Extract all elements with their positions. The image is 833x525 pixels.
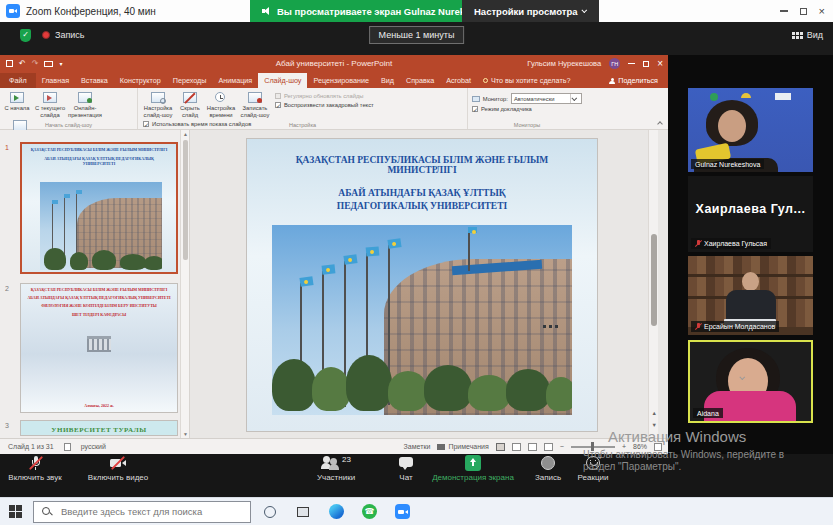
account-avatar[interactable]: ГН (609, 58, 620, 69)
checkbox-keep-slides-updated[interactable]: Регулярно обновлять слайды (275, 93, 374, 99)
reactions-button[interactable]: + Реакции (570, 454, 616, 482)
quick-access-toolbar: ↶ ↷ ▾ (6, 59, 62, 68)
slide-thumbnail-3[interactable]: УНИВЕРСИТЕТ ТУРАЛЫ (20, 420, 178, 436)
view-settings-button[interactable]: Настройки просмотра (462, 0, 599, 22)
from-current-slide-button[interactable]: С текущего слайда (32, 90, 68, 118)
close-button[interactable]: × (819, 6, 825, 17)
zoom-toolbar: Включить звук Включить видео 23 Участник… (0, 454, 833, 497)
start-button[interactable] (9, 505, 22, 518)
monitor-select[interactable]: Автоматически (511, 93, 582, 104)
participants-button[interactable]: 23 Участники (300, 454, 372, 482)
cortana-icon[interactable] (264, 506, 276, 518)
monitor-icon (472, 96, 480, 102)
thumbnail-scrollbar[interactable]: ▲ ▼ (180, 130, 189, 438)
tab-animations[interactable]: Анимация (212, 73, 258, 88)
qat-dropdown-icon[interactable]: ▾ (59, 60, 62, 67)
whatsapp-icon[interactable]: ☎ (362, 504, 377, 519)
search-input[interactable] (59, 505, 229, 518)
participants-count: 23 (342, 455, 351, 464)
share-button[interactable]: Поделиться (599, 73, 668, 88)
checkbox-play-narrations[interactable]: Воспроизвести закадровый текст (275, 102, 374, 108)
setup-slideshow-button[interactable]: Настройка слайд-шоу (140, 90, 176, 118)
building-photo[interactable] (272, 225, 572, 415)
slide-sorter-view-button[interactable] (512, 443, 521, 451)
participant-tile-khairlaeva[interactable]: Хаирлаева Гул... Хаирлаева Гульсая (688, 176, 813, 252)
tab-help[interactable]: Справка (400, 73, 440, 88)
slide-thumbnail-2[interactable]: ҚАЗАҚСТАН РЕСПУБЛИКАСЫ БІЛІМ ЖӘНЕ ҒЫЛЫМ … (20, 283, 178, 413)
hide-slide-button[interactable]: Скрыть слайд (176, 90, 204, 118)
tab-home[interactable]: Главная (36, 73, 75, 88)
share-screen-button[interactable]: Демонстрация экрана (420, 454, 526, 482)
zoom-in-button[interactable]: + (622, 443, 626, 450)
checkbox-presenter-view[interactable]: Режим докладчика (472, 106, 582, 112)
comments-toggle[interactable]: Примечания (437, 443, 488, 450)
comment-icon (437, 444, 445, 450)
muted-mic-icon (695, 240, 701, 248)
zoom-percent[interactable]: 86% (633, 443, 647, 450)
main-slide[interactable]: ҚАЗАҚСТАН РЕСПУБЛИКАСЫ БІЛІМ ЖӘНЕ ҒЫЛЫМ … (247, 139, 597, 431)
tab-review[interactable]: Рецензирование (307, 73, 375, 88)
tab-design[interactable]: Конструктор (114, 73, 167, 88)
record-button[interactable]: Запись (527, 454, 569, 482)
participant-video-gulnaz[interactable]: Gulnaz Nurekeshova (688, 88, 813, 172)
unmute-button[interactable]: Включить звук (4, 454, 66, 482)
powerpoint-window: ↶ ↷ ▾ Абай университеті - PowerPoint Гул… (0, 55, 668, 454)
tab-transitions[interactable]: Переходы (167, 73, 213, 88)
view-button[interactable]: Вид (792, 30, 823, 40)
minimize-button[interactable] (780, 10, 788, 12)
ppt-close-button[interactable]: × (657, 59, 663, 69)
tab-insert[interactable]: Вставка (75, 73, 114, 88)
from-beginning-button[interactable]: С начала (2, 90, 32, 118)
smiley-icon: + (586, 456, 600, 470)
speaker-icon (262, 7, 271, 15)
edge-icon[interactable] (329, 504, 344, 519)
meeting-timer: Меньше 1 минуты (369, 26, 465, 44)
tab-acrobat[interactable]: Acrobat (440, 73, 477, 88)
slide-number: 1 (5, 144, 9, 151)
taskbar-search[interactable] (33, 501, 251, 523)
slide-scrollbar[interactable]: ▲ ▼ (648, 130, 658, 438)
zoom-out-button[interactable]: − (560, 443, 564, 450)
reading-view-button[interactable] (528, 443, 537, 451)
participant-name-label: Gulnaz Nurekeshova (691, 159, 764, 169)
slideshow-icon[interactable] (44, 61, 53, 67)
rehearse-timings-button[interactable]: Настройка времени (204, 90, 238, 118)
tab-file[interactable]: Файл (0, 73, 36, 88)
fit-to-window-button[interactable] (654, 443, 662, 451)
participant-video-yersaiyn[interactable]: Ерсайын Молдасанов (688, 256, 813, 335)
notes-toggle[interactable]: Заметки (404, 443, 431, 450)
ppt-minimize-button[interactable] (628, 63, 635, 64)
slide-thumbnail-1[interactable]: ҚАЗАҚСТАН РЕСПУБЛИКАСЫ БІЛІМ ЖӘНЕ ҒЫЛЫМ … (20, 142, 178, 274)
start-video-button[interactable]: Включить видео (82, 454, 154, 482)
ribbon-tabs: Файл Главная Вставка Конструктор Переход… (0, 72, 668, 88)
normal-view-button[interactable] (496, 443, 505, 451)
slide-number: 3 (5, 422, 9, 429)
maximize-button[interactable] (800, 8, 807, 15)
sidebar-collapse-chevron[interactable] (741, 372, 745, 382)
redo-icon[interactable]: ↷ (32, 59, 39, 68)
group-monitors: Монитор: Автоматически Режим докладчика … (468, 88, 586, 129)
save-icon[interactable] (6, 60, 13, 67)
present-online-button[interactable]: Онлайн-презентация (68, 90, 102, 118)
zoom-slider[interactable] (571, 442, 615, 451)
group-setup: Настройка слайд-шоу Скрыть слайд Настрой… (138, 88, 468, 129)
collapse-ribbon-icon[interactable] (658, 120, 662, 127)
participants-icon (321, 455, 339, 471)
task-view-icon[interactable] (297, 507, 309, 517)
ppt-restore-button[interactable] (643, 61, 649, 67)
zoom-titlebar: Zoom Конференция, 40 мин Вы просматривае… (0, 0, 833, 22)
participant-video-aidana[interactable]: Aidana (688, 340, 813, 423)
lightbulb-icon (483, 78, 488, 83)
muted-mic-icon (695, 323, 701, 331)
tab-slideshow[interactable]: Слайд-шоу (258, 73, 307, 88)
undo-icon[interactable]: ↶ (19, 59, 26, 68)
security-shield-icon[interactable]: ✓ (20, 29, 31, 42)
tab-view[interactable]: Вид (375, 73, 400, 88)
record-slideshow-button[interactable]: Записать слайд-шоу (238, 90, 272, 118)
tell-me-box[interactable]: Что вы хотите сделать? (477, 73, 576, 88)
chat-button[interactable]: Чат (388, 454, 424, 482)
zoom-meeting-window: Zoom Конференция, 40 мин Вы просматривае… (0, 0, 833, 525)
slideshow-view-button[interactable] (544, 443, 553, 451)
language-indicator[interactable]: русский (81, 443, 106, 450)
zoom-taskbar-icon[interactable] (395, 504, 410, 519)
